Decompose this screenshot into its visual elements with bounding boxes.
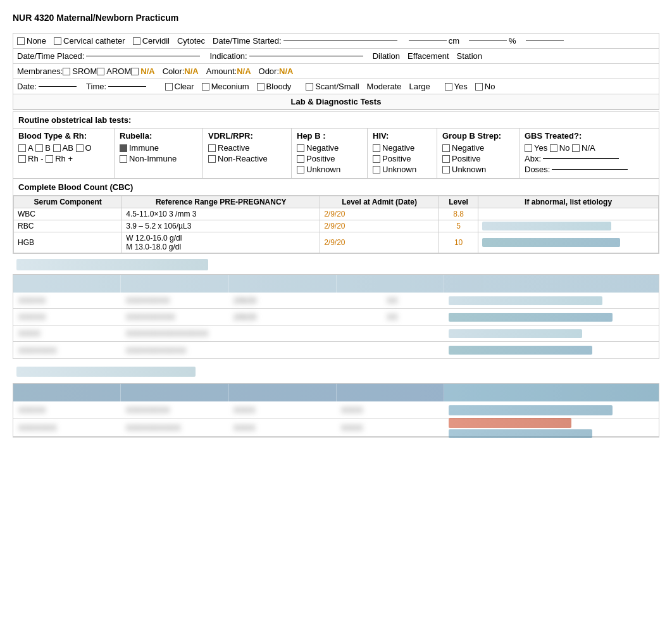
cbc-reference-0: 4.5-11.0×10 3 /mm 3 (122, 208, 320, 220)
blood-b-checkbox[interactable] (35, 144, 43, 152)
membranes-label: Membranes: (17, 66, 63, 76)
cervical-catheter-checkbox[interactable] (54, 37, 61, 45)
arom-checkbox[interactable] (97, 68, 104, 75)
time-field: Time: (86, 82, 148, 91)
hep-b-negative-row: Negative (297, 143, 362, 153)
datetime-placed-input[interactable] (86, 56, 200, 56)
immune-checkbox[interactable] (120, 144, 127, 152)
cm-label: cm (449, 36, 459, 46)
meconium-label: Meconium (211, 82, 249, 91)
gbs-yes-checkbox[interactable] (525, 144, 532, 152)
non-immune-checkbox[interactable] (120, 155, 127, 163)
group-b-negative-checkbox[interactable] (442, 144, 450, 152)
group-b-unknown-checkbox[interactable] (442, 166, 450, 173)
membranes-value: N/A (140, 66, 154, 76)
gbs-treated-row: Yes No N/A (525, 143, 654, 153)
blood-ab-checkbox[interactable] (53, 144, 61, 152)
gbs-doses-label: Doses: (525, 165, 550, 174)
gbs-abx-label: Abx: (525, 154, 541, 163)
blank-input[interactable] (526, 41, 564, 41)
yes-checkbox[interactable] (445, 83, 452, 91)
time-label: Time: (86, 82, 106, 91)
large-field: Large (409, 82, 430, 91)
rh-plus-label: Rh + (55, 154, 73, 163)
gbs-na-label: N/A (582, 143, 595, 153)
rubella-immune-row: Immune (120, 143, 197, 153)
blood-a-checkbox[interactable] (18, 144, 26, 152)
cm-input[interactable] (409, 41, 447, 41)
cbc-abnormal-0 (478, 208, 659, 220)
rh-plus-checkbox[interactable] (46, 155, 53, 163)
hep-b-label: Hep B : (297, 131, 362, 141)
group-b-unknown-label: Unknown (452, 165, 486, 174)
hiv-positive-checkbox[interactable] (373, 155, 380, 163)
none-label: None (27, 36, 46, 46)
date-label: Date: (17, 82, 37, 91)
time-input[interactable] (108, 86, 146, 87)
amount-value: N/A (237, 66, 251, 76)
indication-input[interactable] (249, 56, 363, 56)
bottom-row-2: XXXXXXX XXXXXXXXXX XXXX XXXX (13, 419, 659, 437)
blurred-data-row-3: XXXX XXXXXXXXXXXXXXX (13, 325, 659, 342)
amount-field: Amount: N/A (206, 66, 251, 76)
meconium-checkbox[interactable] (202, 83, 209, 91)
vdrl-section: VDRL/RPR: Reactive Non-Reactive (203, 129, 292, 178)
indication-label: Indication: (209, 51, 247, 61)
gbs-abx-input[interactable] (543, 158, 619, 159)
cervical-catheter-label: Cervical catheter (63, 36, 125, 46)
cbc-reference-2: W 12.0-16.0 g/dl M 13.0-18.0 g/dl (122, 232, 320, 253)
hiv-negative-checkbox[interactable] (373, 144, 380, 152)
bottom-section: XXXXX XXXXXXXX XXXX XXXX XXXXXXX XXXXXXX… (13, 383, 659, 438)
color-value: N/A (184, 66, 198, 76)
group-b-label: Group B Strep: (442, 131, 514, 141)
page-title: NUR 4320 Maternal/Newborn Practicum (13, 13, 659, 23)
date-input[interactable] (39, 86, 77, 87)
cbc-header: Complete Blood Count (CBC) (13, 179, 659, 196)
hep-b-unknown-label: Unknown (306, 165, 340, 174)
scant-small-checkbox[interactable] (306, 83, 313, 91)
cbc-abnormal-1 (478, 220, 659, 232)
cbc-header-row: Serum Component Reference Range PRE-PREG… (14, 196, 659, 208)
cbc-level-header: Level (439, 196, 478, 208)
gbs-no-checkbox[interactable] (550, 144, 557, 152)
group-b-positive-checkbox[interactable] (442, 155, 450, 163)
odor-label: Odor: (259, 66, 280, 76)
group-b-positive-label: Positive (452, 154, 481, 163)
membranes-na-checkbox[interactable] (131, 68, 139, 75)
bloody-checkbox[interactable] (257, 83, 264, 91)
srom-checkbox[interactable] (63, 68, 70, 75)
rh-minus-checkbox[interactable] (18, 155, 26, 163)
hiv-unknown-checkbox[interactable] (373, 166, 380, 173)
cm-field: cm (407, 36, 459, 46)
hep-b-positive-checkbox[interactable] (297, 155, 304, 163)
gbs-yes-label: Yes (534, 143, 547, 153)
percent-input[interactable] (469, 41, 507, 41)
non-reactive-checkbox[interactable] (208, 155, 216, 163)
hiv-positive-row: Positive (373, 154, 432, 163)
blood-type-label: Blood Type & Rh: (18, 131, 109, 141)
none-checkbox[interactable] (17, 37, 25, 45)
large-label: Large (409, 82, 430, 91)
none-field: None (17, 36, 46, 46)
clear-checkbox[interactable] (165, 83, 173, 91)
blood-o-checkbox[interactable] (76, 144, 84, 152)
reactive-checkbox[interactable] (208, 144, 216, 152)
gbs-na-checkbox[interactable] (572, 144, 580, 152)
cervidil-checkbox[interactable] (133, 37, 140, 45)
group-b-unknown-row: Unknown (442, 165, 514, 174)
gbs-doses-input[interactable] (552, 169, 628, 170)
datetime-started-input[interactable] (283, 41, 397, 41)
hep-b-unknown-checkbox[interactable] (297, 166, 304, 173)
cbc-date-1: 2/9/20 (320, 220, 439, 232)
hep-b-negative-checkbox[interactable] (297, 144, 304, 152)
vdrl-label: VDRL/RPR: (208, 131, 286, 141)
bloody-label: Bloody (266, 82, 292, 91)
percent-field: % (467, 36, 516, 46)
blurred-data-row-1: XXXXX XXXXXXXX 2/9/20 XX (13, 293, 659, 309)
group-b-section: Group B Strep: Negative Positive Unknown (437, 129, 520, 178)
no-checkbox[interactable] (475, 83, 483, 91)
blurred-bottom-label (13, 364, 659, 379)
blank-field (524, 41, 566, 41)
non-immune-label: Non-Immune (129, 154, 177, 163)
group-b-negative-row: Negative (442, 143, 514, 153)
